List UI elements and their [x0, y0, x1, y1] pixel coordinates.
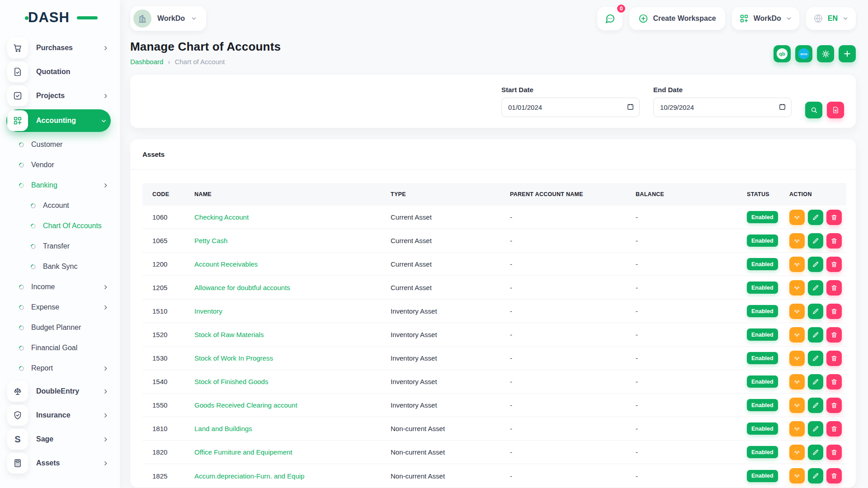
language-selector[interactable]: EN — [806, 7, 856, 30]
account-name-link[interactable]: Stock of Raw Materials — [194, 331, 391, 338]
workspace-menu[interactable]: WorkDo — [732, 7, 799, 30]
journal-button[interactable] — [789, 257, 805, 272]
delete-button[interactable] — [826, 327, 842, 343]
xero-button[interactable]: xero — [795, 45, 812, 62]
delete-button[interactable] — [826, 210, 842, 225]
edit-button[interactable] — [808, 445, 823, 460]
account-name-link[interactable]: Inventory — [194, 307, 391, 315]
sidebar-item-budget-planner[interactable]: Budget Planner — [7, 318, 113, 337]
delete-button[interactable] — [826, 233, 842, 249]
sidebar-item-purchases[interactable]: Purchases — [7, 38, 113, 58]
quickbooks-button[interactable]: qb — [774, 45, 791, 62]
journal-button[interactable] — [789, 468, 805, 483]
account-name-link[interactable]: Land and Buildings — [194, 425, 391, 432]
account-name-text[interactable]: Petty Cash — [194, 237, 227, 244]
journal-button[interactable] — [789, 351, 805, 366]
sidebar-item-account[interactable]: Account — [7, 196, 113, 215]
account-name-link[interactable]: Stock of Work In Progress — [194, 354, 391, 362]
status-badge[interactable]: Enabled — [747, 328, 778, 341]
status-badge[interactable]: Enabled — [747, 375, 778, 388]
search-button[interactable] — [805, 102, 822, 118]
account-name-text[interactable]: Account Receivables — [194, 260, 258, 268]
settings-button[interactable] — [817, 45, 834, 62]
account-name-text[interactable]: Allowance for doubtful accounts — [194, 284, 290, 291]
status-badge[interactable]: Enabled — [747, 352, 778, 364]
delete-button[interactable] — [826, 257, 842, 272]
sidebar-item-doubleentry[interactable]: DoubleEntry — [7, 381, 113, 402]
journal-button[interactable] — [789, 421, 805, 436]
sidebar-item-transfer[interactable]: Transfer — [7, 237, 113, 256]
edit-button[interactable] — [808, 374, 823, 389]
edit-button[interactable] — [808, 257, 823, 272]
sidebar-item-assets[interactable]: Assets — [7, 453, 113, 474]
account-name-text[interactable]: Stock of Work In Progress — [194, 354, 273, 362]
status-badge[interactable]: Enabled — [747, 422, 778, 435]
delete-button[interactable] — [826, 468, 842, 483]
sidebar-item-income[interactable]: Income — [7, 277, 113, 296]
brand-logo[interactable]: DASH — [28, 10, 91, 25]
calendar-icon[interactable] — [627, 103, 634, 111]
delete-button[interactable] — [826, 421, 842, 436]
sidebar-item-insurance[interactable]: Insurance — [7, 405, 113, 426]
journal-button[interactable] — [789, 445, 805, 460]
account-name-text[interactable]: Office Furniture and Equipement — [194, 448, 292, 456]
account-name-link[interactable]: Office Furniture and Equipement — [194, 448, 391, 456]
account-name-text[interactable]: Goods Received Clearing account — [194, 401, 297, 409]
account-name-text[interactable]: Inventory — [194, 307, 222, 315]
sidebar-item-bank-sync[interactable]: Bank Sync — [7, 257, 113, 276]
account-name-link[interactable]: Petty Cash — [194, 237, 391, 244]
sidebar-item-expense[interactable]: Expense — [7, 298, 113, 317]
account-name-text[interactable]: Stock of Finished Goods — [194, 378, 268, 385]
messages-button[interactable]: 0 — [597, 7, 623, 30]
create-workspace-button[interactable]: Create Workspace — [629, 7, 725, 30]
journal-button[interactable] — [789, 398, 805, 413]
sidebar-item-banking[interactable]: Banking — [7, 176, 113, 195]
journal-button[interactable] — [789, 210, 805, 225]
status-badge[interactable]: Enabled — [747, 446, 778, 458]
journal-button[interactable] — [789, 304, 805, 319]
edit-button[interactable] — [808, 210, 823, 225]
status-badge[interactable]: Enabled — [747, 470, 778, 482]
account-name-link[interactable]: Accum.depreciation-Furn. and Equip — [194, 472, 391, 480]
status-badge[interactable]: Enabled — [747, 282, 778, 294]
account-name-text[interactable]: Accum.depreciation-Furn. and Equip — [194, 472, 304, 480]
edit-button[interactable] — [808, 468, 823, 483]
sidebar-item-report[interactable]: Report — [7, 359, 113, 378]
delete-button[interactable] — [826, 445, 842, 460]
sidebar-item-customer[interactable]: Customer — [7, 135, 113, 154]
edit-button[interactable] — [808, 304, 823, 319]
sidebar-item-projects[interactable]: Projects — [7, 85, 113, 106]
account-name-link[interactable]: Checking Account — [194, 213, 391, 221]
edit-button[interactable] — [808, 351, 823, 366]
status-badge[interactable]: Enabled — [747, 211, 778, 223]
journal-button[interactable] — [789, 374, 805, 389]
sidebar-item-chart-of-accounts[interactable]: Chart Of Accounts — [7, 216, 113, 235]
sidebar-item-quotation[interactable]: Quotation — [7, 61, 113, 82]
account-name-link[interactable]: Stock of Finished Goods — [194, 378, 391, 385]
delete-button[interactable] — [826, 351, 842, 366]
account-name-link[interactable]: Account Receivables — [194, 260, 391, 268]
delete-button[interactable] — [826, 280, 842, 296]
account-name-link[interactable]: Allowance for doubtful accounts — [194, 284, 391, 291]
sidebar-item-accounting[interactable]: Accounting — [6, 109, 111, 132]
edit-button[interactable] — [808, 280, 823, 296]
reset-filter-button[interactable] — [827, 102, 844, 118]
sidebar-item-vendor[interactable]: Vendor — [7, 155, 113, 174]
status-badge[interactable]: Enabled — [747, 235, 778, 247]
end-date-input[interactable] — [653, 98, 792, 117]
account-name-text[interactable]: Stock of Raw Materials — [194, 331, 264, 338]
journal-button[interactable] — [789, 233, 805, 249]
sidebar-item-sage[interactable]: SSage — [7, 429, 113, 450]
delete-button[interactable] — [826, 398, 842, 413]
breadcrumb-dashboard-link[interactable]: Dashboard — [130, 58, 163, 66]
status-badge[interactable]: Enabled — [747, 399, 778, 411]
calendar-icon[interactable] — [778, 103, 786, 111]
delete-button[interactable] — [826, 304, 842, 319]
status-badge[interactable]: Enabled — [747, 258, 778, 270]
sidebar-item-financial-goal[interactable]: Financial Goal — [7, 338, 113, 357]
status-badge[interactable]: Enabled — [747, 305, 778, 317]
account-name-text[interactable]: Land and Buildings — [194, 425, 252, 432]
edit-button[interactable] — [808, 233, 823, 249]
add-account-button[interactable] — [839, 45, 856, 62]
journal-button[interactable] — [789, 327, 805, 343]
